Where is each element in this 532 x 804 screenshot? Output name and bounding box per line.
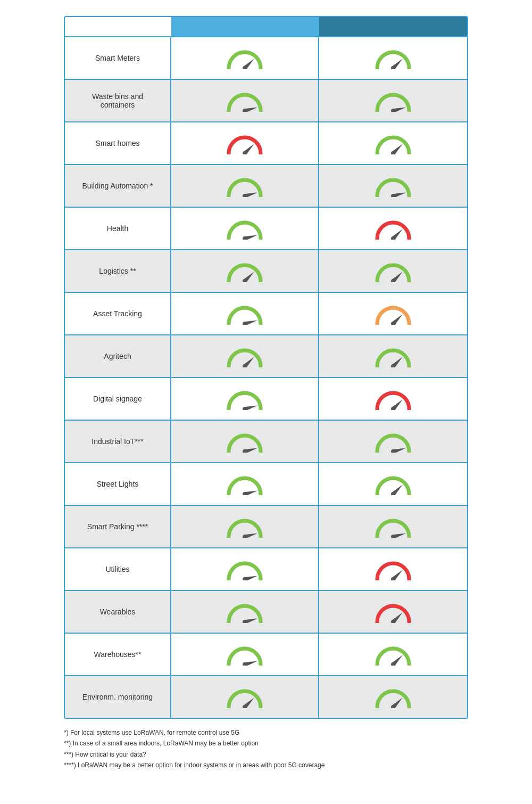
row-label: Industrial IoT*** (65, 421, 171, 462)
gauge-5g (171, 591, 319, 633)
gauge-lorawan (319, 378, 467, 420)
gauge-5g (171, 122, 319, 164)
gauge-lorawan (319, 208, 467, 249)
gauge-lorawan (319, 250, 467, 292)
gauge-lorawan (319, 80, 467, 121)
table-row: Street Lights (65, 462, 467, 505)
gauge-lorawan (319, 293, 467, 334)
gauge-5g (171, 506, 319, 547)
gauge-5g (171, 548, 319, 590)
row-label: Agritech (65, 335, 171, 377)
footnote-item: ***) How critical is your data? (64, 749, 468, 760)
gauge-5g (171, 293, 319, 334)
table-row: Warehouses** (65, 633, 467, 675)
main-container: Smart Meters Waste bins andcontainers Sm… (64, 16, 468, 771)
gauge-5g (171, 421, 319, 462)
gauge-5g (171, 463, 319, 505)
gauge-lorawan (319, 676, 467, 718)
row-label: Asset Tracking (65, 293, 171, 334)
table-row: Utilities (65, 547, 467, 590)
gauge-5g (171, 80, 319, 121)
footnote-item: *) For local systems use LoRaWAN, for re… (64, 727, 468, 738)
gauge-lorawan (319, 634, 467, 675)
footnote-item: **) In case of a small area indoors, LoR… (64, 738, 468, 749)
table-row: Smart Meters (65, 36, 467, 79)
gauge-5g (171, 208, 319, 249)
row-label: Logistics ** (65, 250, 171, 292)
row-label: Warehouses** (65, 634, 171, 675)
gauge-5g (171, 165, 319, 207)
header-label-cell (65, 17, 171, 36)
table-row: Digital signage (65, 377, 467, 420)
row-label: Utilities (65, 548, 171, 590)
row-label: Waste bins andcontainers (65, 80, 171, 121)
gauge-5g (171, 378, 319, 420)
row-label: Smart Meters (65, 37, 171, 79)
footnotes: *) For local systems use LoRaWAN, for re… (64, 727, 468, 771)
table-row: Smart homes (65, 121, 467, 164)
comparison-table: Smart Meters Waste bins andcontainers Sm… (64, 16, 468, 719)
gauge-5g (171, 676, 319, 718)
gauge-5g (171, 634, 319, 675)
row-label: Building Automation * (65, 165, 171, 207)
gauge-lorawan (319, 165, 467, 207)
gauge-lorawan (319, 122, 467, 164)
header-5g (171, 17, 319, 36)
table-row: Industrial IoT*** (65, 420, 467, 462)
gauge-lorawan (319, 335, 467, 377)
table-row: Agritech (65, 334, 467, 377)
row-label: Health (65, 208, 171, 249)
table-row: Waste bins andcontainers (65, 79, 467, 121)
gauge-lorawan (319, 506, 467, 547)
row-label: Smart Parking **** (65, 506, 171, 547)
table-header (65, 17, 467, 36)
gauge-lorawan (319, 463, 467, 505)
table-body: Smart Meters Waste bins andcontainers Sm… (65, 36, 467, 718)
table-row: Asset Tracking (65, 292, 467, 334)
row-label: Street Lights (65, 463, 171, 505)
table-row: Logistics ** (65, 249, 467, 292)
gauge-5g (171, 37, 319, 79)
gauge-5g (171, 335, 319, 377)
table-row: Wearables (65, 590, 467, 633)
gauge-lorawan (319, 37, 467, 79)
gauge-lorawan (319, 548, 467, 590)
table-row: Smart Parking **** (65, 505, 467, 547)
row-label: Digital signage (65, 378, 171, 420)
row-label: Environm. monitoring (65, 676, 171, 718)
table-row: Building Automation * (65, 164, 467, 207)
footnote-item: ****) LoRaWAN may be a better option for… (64, 760, 468, 770)
gauge-lorawan (319, 591, 467, 633)
table-row: Environm. monitoring (65, 675, 467, 718)
table-row: Health (65, 207, 467, 249)
row-label: Wearables (65, 591, 171, 633)
gauge-5g (171, 250, 319, 292)
gauge-lorawan (319, 421, 467, 462)
header-lorawan (319, 17, 467, 36)
row-label: Smart homes (65, 122, 171, 164)
